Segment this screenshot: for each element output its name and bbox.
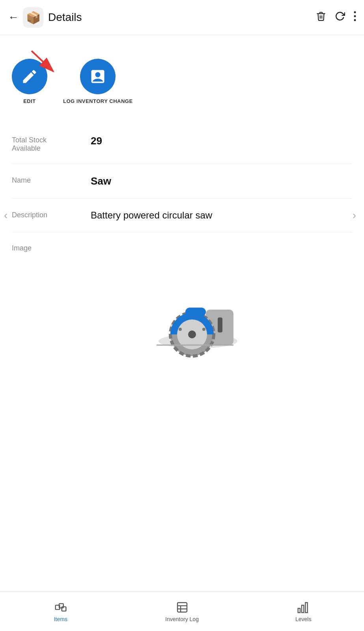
name-label: Name xyxy=(12,175,91,185)
description-field: ‹ Description Battery powered circular s… xyxy=(12,199,352,232)
chevron-left-icon[interactable]: ‹ xyxy=(4,209,7,222)
svg-point-0 xyxy=(354,11,356,13)
svg-rect-8 xyxy=(218,317,222,332)
log-inventory-change-button[interactable]: LOG INVENTORY CHANGE xyxy=(63,59,133,104)
back-button[interactable]: ← xyxy=(8,11,19,24)
log-inventory-change-label: LOG INVENTORY CHANGE xyxy=(63,98,133,104)
svg-point-12 xyxy=(188,330,196,338)
description-value: Battery powered circular saw xyxy=(91,210,352,221)
name-field: Name Saw xyxy=(12,164,352,199)
svg-rect-25 xyxy=(302,605,304,612)
edit-button-label: EDIT xyxy=(23,98,36,104)
svg-point-16 xyxy=(202,328,205,331)
svg-rect-24 xyxy=(298,608,300,612)
bottom-navigation: Items Inventory Log Levels xyxy=(0,592,364,631)
app-icon: 📦 xyxy=(23,7,43,28)
main-content: EDIT LOG INVENTORY CHANGE Total StockAva… xyxy=(0,35,364,418)
svg-point-1 xyxy=(354,15,356,17)
nav-inventory-log-label: Inventory Log xyxy=(165,616,199,622)
nav-item-levels[interactable]: Levels xyxy=(243,601,364,622)
image-label: Image xyxy=(12,244,352,252)
pencil-icon xyxy=(21,68,38,85)
inventory-icon xyxy=(89,68,106,85)
delete-button[interactable] xyxy=(316,11,326,24)
image-section: Image xyxy=(12,232,352,371)
nav-item-inventory-log[interactable]: Inventory Log xyxy=(121,601,243,622)
page-title: Details xyxy=(48,11,316,24)
nav-items-label: Items xyxy=(54,616,67,622)
total-stock-label: Total StockAvailable xyxy=(12,135,91,153)
svg-point-2 xyxy=(354,19,356,21)
header: ← 📦 Details xyxy=(0,0,364,35)
nav-levels-label: Levels xyxy=(295,616,311,622)
chevron-right-icon[interactable]: › xyxy=(353,209,356,222)
items-nav-icon xyxy=(54,601,67,614)
total-stock-field: Total StockAvailable 29 xyxy=(12,124,352,164)
svg-rect-26 xyxy=(306,603,308,612)
inventory-log-nav-icon xyxy=(176,601,189,614)
svg-point-15 xyxy=(179,328,182,331)
header-actions xyxy=(316,11,356,24)
svg-rect-20 xyxy=(177,603,187,612)
total-stock-value: 29 xyxy=(91,135,352,147)
edit-button-circle xyxy=(12,59,47,94)
edit-button[interactable]: EDIT xyxy=(12,59,47,104)
refresh-button[interactable] xyxy=(335,11,345,24)
image-container xyxy=(12,260,352,371)
nav-item-items[interactable]: Items xyxy=(0,601,121,622)
log-inventory-change-button-circle xyxy=(80,59,116,94)
box-icon: 📦 xyxy=(26,11,41,24)
description-label: Description xyxy=(12,210,91,219)
more-button[interactable] xyxy=(354,11,356,24)
saw-image xyxy=(119,268,245,363)
levels-nav-icon xyxy=(297,601,310,614)
name-value: Saw xyxy=(91,175,352,187)
action-buttons-row: EDIT LOG INVENTORY CHANGE xyxy=(12,47,352,104)
svg-rect-13 xyxy=(185,308,206,316)
